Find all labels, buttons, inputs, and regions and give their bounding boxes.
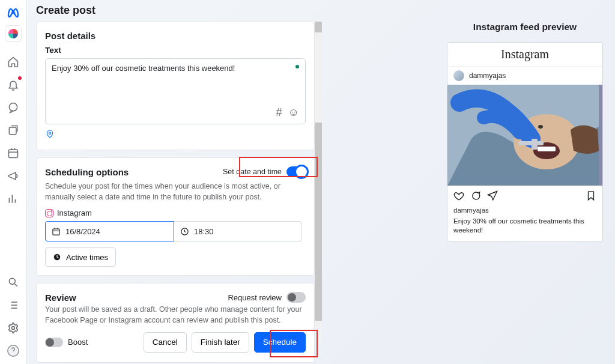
- scheduling-heading: Scheduling options: [45, 167, 129, 177]
- schedule-button[interactable]: Schedule: [254, 332, 306, 353]
- instagram-icon: [45, 209, 53, 217]
- scrollbar-thumb[interactable]: [315, 22, 322, 32]
- hashtag-icon[interactable]: #: [276, 106, 282, 119]
- svg-rect-7: [53, 229, 59, 235]
- review-card: Review Request review Your post will be …: [36, 283, 315, 362]
- boost-label: Boost: [68, 338, 88, 347]
- comment-icon[interactable]: [470, 190, 481, 204]
- svg-rect-15: [532, 139, 538, 150]
- review-desc: Your post will be saved as a draft. Othe…: [45, 304, 306, 326]
- notifications-icon[interactable]: [6, 77, 20, 92]
- post-details-card: Post details Text Enjoy 30% off our cosm…: [36, 22, 315, 150]
- svg-rect-13: [538, 147, 556, 151]
- like-icon[interactable]: [453, 190, 464, 204]
- content-icon[interactable]: [6, 123, 20, 138]
- page-title: Create post: [36, 2, 315, 22]
- calendar-icon[interactable]: [6, 146, 20, 160]
- emoji-icon[interactable]: ☺: [288, 106, 299, 119]
- insights-icon[interactable]: [6, 192, 20, 206]
- account-avatar[interactable]: [5, 25, 22, 42]
- scroll-area: Post details Text Enjoy 30% off our cosm…: [36, 22, 315, 356]
- preview-card: Instagram dammyajas: [447, 42, 603, 242]
- svg-point-16: [538, 125, 543, 129]
- svg-rect-2: [8, 150, 17, 157]
- clock-fill-icon: [53, 253, 61, 261]
- clock-mini-icon: [180, 227, 189, 236]
- preview-username: dammyajas: [469, 71, 506, 80]
- scrollbar-track[interactable]: [315, 22, 322, 342]
- meta-logo: [6, 5, 20, 22]
- scrollbar-thumb-main[interactable]: [315, 123, 322, 321]
- review-heading: Review: [45, 293, 76, 303]
- time-value: 18:30: [194, 227, 214, 236]
- svg-rect-1: [9, 127, 16, 135]
- left-sidebar: [0, 0, 26, 364]
- preview-image: [447, 85, 602, 186]
- bookmark-icon[interactable]: [586, 190, 596, 204]
- status-dot: [295, 65, 299, 68]
- scheduling-card: Scheduling options Set date and time Sch…: [36, 157, 315, 276]
- preview-avatar: [453, 70, 464, 81]
- messages-icon[interactable]: [6, 100, 20, 115]
- post-text-input[interactable]: Enjoy 30% off our cosmetic treatments th…: [45, 58, 306, 124]
- svg-point-3: [9, 278, 15, 284]
- finish-later-button[interactable]: Finish later: [192, 332, 249, 353]
- active-times-label: Active times: [66, 253, 108, 262]
- cancel-button[interactable]: Cancel: [144, 332, 187, 353]
- request-review-toggle[interactable]: [286, 292, 306, 303]
- preview-heading: Instagram feed preview: [447, 22, 603, 32]
- preview-panel: Instagram feed preview Instagram dammyaj…: [447, 0, 603, 364]
- platform-label: Instagram: [57, 208, 92, 217]
- location-icon[interactable]: [45, 129, 55, 139]
- caption-username: dammyajas: [453, 206, 596, 216]
- ads-icon[interactable]: [6, 169, 20, 183]
- home-icon[interactable]: [6, 55, 20, 69]
- post-text-value: Enjoy 30% off our cosmetic treatments th…: [52, 64, 235, 73]
- search-icon[interactable]: [6, 275, 20, 290]
- active-times-button[interactable]: Active times: [45, 247, 116, 267]
- caption-text: Enjoy 30% off our cosmetic treatments th…: [453, 217, 584, 234]
- calendar-mini-icon: [52, 227, 61, 236]
- schedule-time-input[interactable]: 18:30: [174, 221, 301, 241]
- instagram-brand: Instagram: [447, 43, 602, 66]
- list-icon[interactable]: [6, 298, 20, 312]
- set-date-label: Set date and time: [223, 168, 282, 176]
- svg-point-6: [49, 132, 50, 134]
- date-value: 16/8/2024: [65, 227, 100, 236]
- svg-point-4: [11, 327, 14, 330]
- request-review-label: Request review: [228, 293, 282, 302]
- svg-rect-14: [518, 141, 544, 145]
- share-icon[interactable]: [487, 190, 498, 204]
- boost-toggle[interactable]: [45, 338, 63, 347]
- help-icon[interactable]: [6, 344, 20, 358]
- text-label: Text: [45, 46, 306, 55]
- notification-dot: [18, 76, 22, 80]
- svg-point-0: [9, 103, 17, 111]
- set-date-toggle[interactable]: [286, 166, 306, 177]
- settings-icon[interactable]: [6, 321, 20, 335]
- scheduling-desc: Schedule your post for the times when yo…: [45, 181, 306, 202]
- schedule-date-input[interactable]: 16/8/2024: [45, 221, 174, 241]
- post-details-heading: Post details: [45, 31, 306, 41]
